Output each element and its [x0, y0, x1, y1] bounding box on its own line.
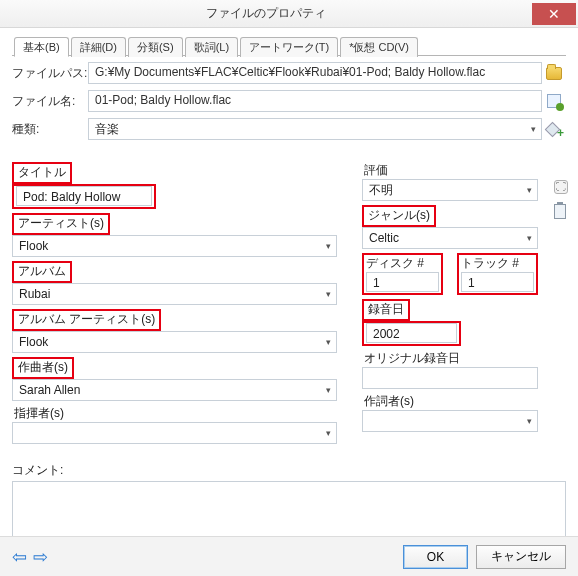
- label-album-artist: アルバム アーティスト(s): [16, 312, 157, 326]
- folder-icon[interactable]: [546, 67, 562, 80]
- prev-arrow-icon[interactable]: ⇦: [12, 548, 27, 566]
- label-genre: ジャンル(s): [366, 208, 432, 222]
- label-kind: 種類:: [12, 121, 88, 138]
- tab-basic[interactable]: 基本(B): [14, 37, 69, 57]
- row-kind: 種類: 音楽 ▾: [12, 118, 566, 140]
- chevron-down-icon: ▾: [320, 289, 336, 299]
- orig-date-input[interactable]: [362, 367, 538, 389]
- content-area: 基本(B) 詳細(D) 分類(S) 歌詞(L) アートワーク(T) *仮想 CD…: [0, 28, 578, 576]
- label-composer: 作曲者(s): [16, 360, 70, 374]
- rating-combo[interactable]: 不明 ▾: [362, 179, 538, 201]
- tab-virtualcd[interactable]: *仮想 CD(V): [340, 37, 418, 57]
- disc-no-input[interactable]: 1: [366, 272, 439, 292]
- chevron-down-icon: ▾: [320, 337, 336, 347]
- tag-add-icon[interactable]: [547, 122, 561, 136]
- tab-category[interactable]: 分類(S): [128, 37, 183, 57]
- window-title: ファイルのプロパティ: [0, 5, 532, 22]
- row-filename: ファイル名: 01-Pod; Baldy Hollow.flac: [12, 90, 566, 112]
- album-artist-value: Flook: [13, 335, 320, 349]
- tab-lyrics[interactable]: 歌詞(L): [185, 37, 238, 57]
- album-artist-combo[interactable]: Flook ▾: [12, 331, 337, 353]
- lyricist-combo[interactable]: ▾: [362, 410, 538, 432]
- kind-combo[interactable]: 音楽 ▾: [88, 118, 542, 140]
- label-comment: コメント:: [12, 462, 566, 479]
- titlebar: ファイルのプロパティ ✕: [0, 0, 578, 28]
- link-icon[interactable]: [554, 180, 568, 194]
- chevron-down-icon: ▾: [521, 416, 537, 426]
- rec-date-input[interactable]: 2002: [366, 323, 457, 343]
- tab-artwork[interactable]: アートワーク(T): [240, 37, 338, 57]
- rating-value: 不明: [363, 182, 521, 199]
- rename-icon[interactable]: [547, 94, 561, 108]
- chevron-down-icon: ▾: [521, 233, 537, 243]
- artist-value: Flook: [13, 239, 320, 253]
- chevron-down-icon: ▾: [525, 124, 541, 134]
- label-track-no: トラック #: [461, 255, 534, 272]
- label-orig-date: オリジナル録音日: [362, 351, 462, 365]
- close-button[interactable]: ✕: [532, 3, 576, 25]
- label-album: アルバム: [16, 264, 68, 278]
- filepath-field[interactable]: G:¥My Documents¥FLAC¥Celtic¥Flook¥Rubai¥…: [88, 62, 542, 84]
- chevron-down-icon: ▾: [320, 385, 336, 395]
- composer-value: Sarah Allen: [13, 383, 320, 397]
- filename-field[interactable]: 01-Pod; Baldy Hollow.flac: [88, 90, 542, 112]
- label-rec-date: 録音日: [366, 302, 406, 316]
- label-disc-no: ディスク #: [366, 255, 439, 272]
- track-no-input[interactable]: 1: [461, 272, 534, 292]
- genre-combo[interactable]: Celtic ▾: [362, 227, 538, 249]
- row-filepath: ファイルパス: G:¥My Documents¥FLAC¥Celtic¥Floo…: [12, 62, 566, 84]
- artist-combo[interactable]: Flook ▾: [12, 235, 337, 257]
- label-conductor: 指揮者(s): [12, 406, 66, 420]
- tabs: 基本(B) 詳細(D) 分類(S) 歌詞(L) アートワーク(T) *仮想 CD…: [12, 36, 566, 56]
- genre-value: Celtic: [363, 231, 521, 245]
- conductor-combo[interactable]: ▾: [12, 422, 337, 444]
- left-column: タイトル Pod: Baldy Hollow アーティスト(s) Flook ▾: [12, 162, 337, 448]
- kind-value: 音楽: [89, 121, 525, 138]
- title-input[interactable]: Pod: Baldy Hollow: [16, 186, 152, 206]
- composer-combo[interactable]: Sarah Allen ▾: [12, 379, 337, 401]
- label-lyricist: 作詞者(s): [362, 394, 416, 408]
- cancel-button[interactable]: キャンセル: [476, 545, 566, 569]
- ok-button[interactable]: OK: [403, 545, 468, 569]
- clipboard-icon[interactable]: [554, 204, 566, 219]
- chevron-down-icon: ▾: [320, 428, 336, 438]
- next-arrow-icon[interactable]: ⇨: [33, 548, 48, 566]
- label-filepath: ファイルパス:: [12, 65, 88, 82]
- footer: ⇦ ⇨ OK キャンセル: [0, 536, 578, 576]
- label-filename: ファイル名:: [12, 93, 88, 110]
- album-combo[interactable]: Rubai ▾: [12, 283, 337, 305]
- label-rating: 評価: [362, 163, 390, 177]
- label-artist: アーティスト(s): [16, 216, 106, 230]
- chevron-down-icon: ▾: [521, 185, 537, 195]
- label-title: タイトル: [16, 165, 68, 179]
- album-value: Rubai: [13, 287, 320, 301]
- chevron-down-icon: ▾: [320, 241, 336, 251]
- right-column: 評価 不明 ▾ ジャンル(s) Celtic ▾: [362, 162, 566, 448]
- tab-detail[interactable]: 詳細(D): [71, 37, 126, 57]
